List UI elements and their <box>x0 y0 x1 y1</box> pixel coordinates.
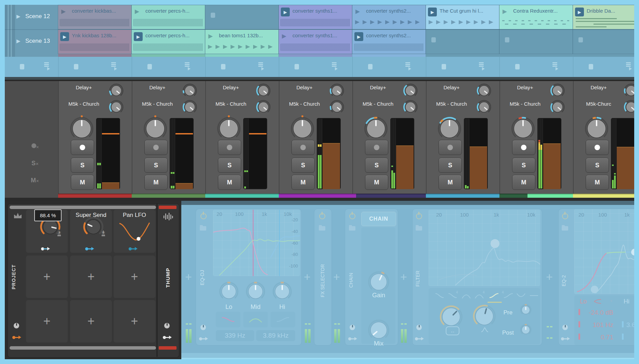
remote-cell-empty[interactable]: + <box>70 300 112 342</box>
clip-stop-square-icon[interactable] <box>431 37 436 42</box>
device-insert-point[interactable]: + <box>183 270 194 284</box>
send-knob-delay[interactable] <box>329 82 345 99</box>
preset-folder-icon[interactable] <box>562 226 568 231</box>
knob-mode-icon[interactable] <box>416 325 422 330</box>
cutoff-knob[interactable] <box>439 304 464 329</box>
modulation-route-icon[interactable] <box>199 337 208 341</box>
track-stop-button[interactable] <box>515 64 520 69</box>
device-insert-point[interactable]: + <box>399 270 409 284</box>
preset-folder-icon[interactable] <box>416 226 422 231</box>
solo-disable-icon[interactable]: S✕ <box>31 160 39 167</box>
stop-all-clips-button[interactable] <box>44 62 51 71</box>
device-fx-selector[interactable]: FX SELECTOR <box>314 209 332 346</box>
track-stop-button[interactable] <box>20 64 24 69</box>
pre-gain-knob[interactable] <box>519 303 532 316</box>
track-stop-button[interactable] <box>221 64 225 69</box>
remote-cell-empty[interactable]: + <box>114 256 155 298</box>
modulation-route-icon[interactable] <box>12 335 21 339</box>
lo-tab[interactable]: Lo <box>580 298 587 305</box>
device-name[interactable]: EQ-DJ <box>197 263 206 292</box>
remote-cell-empty[interactable]: + <box>70 256 112 298</box>
mute-disable-icon[interactable]: M✕ <box>31 177 39 184</box>
remote-cell-pan-lfo[interactable]: Pan LFO <box>114 210 155 253</box>
remote-cell-empty[interactable]: + <box>26 256 68 298</box>
clip-play-button[interactable]: ▶ <box>134 32 143 41</box>
knob-mode-icon[interactable] <box>350 325 355 330</box>
track-stop-button[interactable] <box>74 64 78 69</box>
volume-knob[interactable] <box>363 115 389 142</box>
device-power-icon[interactable] <box>200 213 207 219</box>
solo-button[interactable]: S <box>291 158 315 173</box>
band-type-high-button[interactable] <box>271 312 295 327</box>
post-gain-knob[interactable] <box>519 323 532 336</box>
hi-tab[interactable]: Hi <box>624 298 629 305</box>
clip-slot[interactable]: ▶Ynk kickbas 128b... <box>58 30 131 54</box>
modulation-route-icon[interactable] <box>85 247 94 251</box>
clip-slot[interactable]: ▶converter synths2... <box>352 30 426 54</box>
volume-knob[interactable] <box>142 115 169 142</box>
stop-all-clips-button[interactable] <box>626 62 633 71</box>
knob-mid[interactable] <box>245 281 266 302</box>
mute-button[interactable]: M <box>144 175 168 190</box>
send-knob-delay[interactable] <box>402 82 419 99</box>
stop-all-clips-button[interactable] <box>332 62 339 71</box>
stop-all-clips-button[interactable] <box>258 62 265 71</box>
send-knob-m5k[interactable] <box>255 99 272 115</box>
record-arm-button[interactable] <box>586 140 609 155</box>
record-disable-icon[interactable]: ✕ <box>31 143 40 150</box>
eq2-freq-value[interactable]: 101 Hz <box>583 321 613 329</box>
scene-play-icon[interactable]: ▶ <box>16 13 21 20</box>
stop-all-clips-button[interactable] <box>185 62 192 71</box>
solo-button[interactable]: S <box>439 158 462 173</box>
scene-row-12[interactable]: ▶ Scene 12 <box>5 5 58 29</box>
filter-display[interactable]: 20 100 1k 10k <box>429 210 540 286</box>
record-arm-button[interactable] <box>365 140 388 155</box>
clip-slot-empty[interactable] <box>205 5 278 29</box>
remote-knob-super-send[interactable] <box>82 215 105 238</box>
volume-knob[interactable] <box>583 115 610 142</box>
mute-button[interactable]: M <box>218 175 241 190</box>
chain-selector[interactable]: CHAIN <box>361 212 396 226</box>
clip-play-button[interactable]: ▶ <box>60 32 69 41</box>
modulation-route-icon[interactable] <box>415 337 424 341</box>
fader-position-marker[interactable] <box>249 133 266 134</box>
device-area-scrollband[interactable] <box>181 353 639 358</box>
crossover-type-icon[interactable] <box>594 299 602 304</box>
device-filter[interactable]: FILTER 20 100 1k 10k 4 <box>412 209 542 346</box>
send-knob-m5k[interactable] <box>108 99 125 115</box>
volume-knob[interactable] <box>216 115 242 142</box>
volume-knob[interactable] <box>68 115 95 142</box>
solo-button[interactable]: S <box>365 158 388 173</box>
waveform-device-icon[interactable] <box>163 212 173 221</box>
record-arm-button[interactable] <box>439 140 462 155</box>
clip-slot[interactable]: ▶converter synths1... <box>279 5 352 29</box>
device-power-icon[interactable] <box>562 213 568 219</box>
clip-play-icon-dim[interactable]: ▶ <box>61 8 66 15</box>
clip-play-button[interactable]: ▶ <box>575 8 584 16</box>
track-stop-button[interactable] <box>368 64 373 69</box>
clip-stop-square-icon[interactable] <box>211 13 215 18</box>
clip-play-icon-dim[interactable]: ▶ <box>503 8 507 15</box>
thump-tab-label[interactable]: THUMP <box>163 252 172 303</box>
track-stop-button[interactable] <box>442 64 446 69</box>
knob-mode-icon[interactable] <box>14 323 19 328</box>
band-type-low-button[interactable] <box>216 312 240 327</box>
clip-slot[interactable]: ▶converter kickbas... <box>58 5 131 29</box>
clip-slot[interactable]: ▶converter percs-h... <box>132 5 205 29</box>
send-knob-delay[interactable] <box>255 82 272 99</box>
modulation-route-icon[interactable] <box>561 337 570 341</box>
fader-position-marker[interactable] <box>175 133 193 134</box>
mute-button[interactable]: M <box>291 175 315 190</box>
solo-button[interactable]: S <box>512 158 535 173</box>
send-knob-m5k[interactable] <box>329 99 345 115</box>
clip-slot[interactable]: ▶bean toms1 132b... <box>205 30 278 54</box>
clip-slot[interactable]: ▶Contra Reduxentr... <box>499 5 573 29</box>
stop-all-clips-button[interactable] <box>111 62 118 71</box>
send-knob-m5k[interactable] <box>476 99 492 115</box>
modulation-route-icon[interactable] <box>41 247 50 251</box>
device-name[interactable]: FILTER <box>413 263 422 294</box>
knob-hi[interactable] <box>271 281 293 302</box>
clip-play-button[interactable]: ▶ <box>428 8 437 16</box>
clip-slot[interactable]: ▶Dribble Da... <box>573 5 639 29</box>
clip-slot-empty[interactable] <box>426 30 499 54</box>
